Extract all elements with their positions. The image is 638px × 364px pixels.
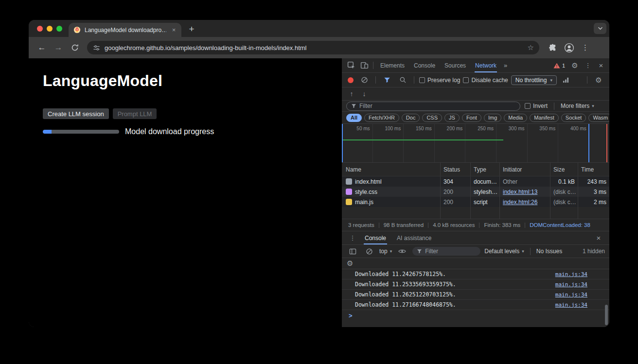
column-type[interactable]: Type bbox=[470, 163, 499, 176]
chip-manifest[interactable]: Manifest bbox=[530, 114, 559, 122]
import-har-icon[interactable]: ↑ bbox=[346, 90, 357, 98]
console-sidebar-toggle[interactable] bbox=[346, 245, 359, 257]
source-link[interactable]: main.js:34 bbox=[555, 292, 587, 298]
throttling-value: No throttling bbox=[515, 77, 547, 84]
initiator-link[interactable]: index.html:26 bbox=[503, 199, 537, 206]
table-row[interactable]: style.css 200 stylesh… index.html:13 (di… bbox=[342, 187, 609, 197]
disable-cache-control[interactable]: Disable cache bbox=[463, 77, 508, 84]
source-link[interactable]: main.js:34 bbox=[555, 271, 587, 277]
preserve-log-checkbox[interactable] bbox=[419, 77, 425, 83]
chip-css[interactable]: CSS bbox=[422, 114, 442, 122]
tab-sources[interactable]: Sources bbox=[440, 58, 470, 72]
drawer-close-icon[interactable]: × bbox=[592, 232, 605, 244]
tab-elements[interactable]: Elements bbox=[376, 58, 409, 72]
column-size[interactable]: Size bbox=[550, 163, 578, 176]
devtools-settings-icon[interactable]: ⚙ bbox=[568, 60, 581, 71]
tab-close-icon[interactable]: × bbox=[170, 26, 177, 34]
site-settings-icon[interactable] bbox=[93, 44, 100, 52]
browser-menu-icon[interactable]: ⋮ bbox=[582, 43, 589, 52]
network-search-button[interactable] bbox=[396, 74, 409, 86]
log-levels-dropdown[interactable]: Default levels ▾ bbox=[484, 248, 524, 255]
no-issues-label[interactable]: No Issues bbox=[536, 248, 562, 255]
console-prompt[interactable]: > bbox=[342, 310, 609, 321]
chip-fetch-xhr[interactable]: Fetch/XHR bbox=[364, 114, 399, 122]
invert-checkbox[interactable] bbox=[525, 103, 531, 109]
clear-network-log-button[interactable] bbox=[358, 74, 371, 86]
chip-js[interactable]: JS bbox=[444, 114, 460, 122]
live-expression-button[interactable] bbox=[396, 245, 408, 257]
source-link[interactable]: main.js:34 bbox=[555, 281, 587, 288]
drawer-tab-console[interactable]: Console bbox=[360, 231, 391, 244]
column-status[interactable]: Status bbox=[440, 163, 470, 176]
console-message: Downloaded 11.24267578125%. main.js:34 bbox=[342, 269, 609, 279]
window-minimize-button[interactable] bbox=[47, 26, 53, 32]
filter-toggle-button[interactable] bbox=[381, 74, 393, 86]
console-filter-input[interactable]: Filter bbox=[412, 247, 480, 256]
issues-button[interactable]: 1 bbox=[550, 63, 568, 69]
back-button[interactable]: ← bbox=[35, 40, 49, 55]
window-zoom-button[interactable] bbox=[56, 26, 62, 32]
chip-socket[interactable]: Socket bbox=[561, 114, 586, 122]
console-settings-row: ⚙ bbox=[342, 258, 609, 269]
console-settings-icon[interactable]: ⚙ bbox=[347, 259, 353, 268]
network-filter-input[interactable]: Filter bbox=[346, 102, 520, 111]
prompt-llm-button[interactable]: Prompt LLM bbox=[113, 108, 157, 119]
new-tab-button[interactable]: + bbox=[185, 23, 198, 35]
execution-context-selector[interactable]: top ▾ bbox=[379, 248, 392, 255]
bookmark-star-icon[interactable]: ☆ bbox=[528, 43, 534, 52]
hidden-messages-count[interactable]: 1 hidden bbox=[583, 248, 605, 255]
more-tabs-icon[interactable]: » bbox=[501, 62, 510, 69]
throttling-select[interactable]: No throttling ▾ bbox=[511, 75, 557, 85]
address-bar[interactable]: googlechrome.github.io/samples/downloadi… bbox=[87, 41, 539, 54]
request-size: (disk c… bbox=[550, 187, 578, 197]
issues-count: 1 bbox=[562, 63, 565, 69]
chip-doc[interactable]: Doc bbox=[402, 114, 420, 122]
drawer-menu-icon[interactable]: ⋮ bbox=[346, 232, 359, 244]
chip-all[interactable]: All bbox=[346, 114, 362, 122]
extensions-icon[interactable] bbox=[549, 44, 557, 52]
chip-img[interactable]: Img bbox=[484, 114, 501, 122]
more-filters-dropdown[interactable]: More filters ▾ bbox=[561, 103, 594, 109]
device-toolbar-button[interactable] bbox=[358, 60, 371, 71]
clear-console-button[interactable] bbox=[363, 245, 375, 257]
preserve-log-control[interactable]: Preserve log bbox=[419, 77, 460, 84]
browser-tab[interactable]: LanguageModel downloadpro… × bbox=[69, 23, 181, 37]
column-time[interactable]: Time bbox=[578, 163, 609, 176]
devtools-close-icon[interactable]: × bbox=[595, 60, 607, 71]
devtools-menu-icon[interactable]: ⋮ bbox=[582, 60, 594, 71]
console-message: Downloaded 11.27166748046875%. main.js:3… bbox=[342, 300, 609, 310]
source-link[interactable]: main.js:34 bbox=[555, 302, 587, 308]
export-har-icon[interactable]: ↓ bbox=[359, 90, 370, 98]
network-conditions-button[interactable] bbox=[560, 74, 572, 86]
table-row[interactable]: index.html 304 docum… Other 0.1 kB 243 m… bbox=[342, 176, 609, 187]
tab-console[interactable]: Console bbox=[409, 58, 440, 72]
sidebar-panel-icon bbox=[349, 248, 356, 255]
network-settings-icon[interactable]: ⚙ bbox=[592, 74, 605, 86]
toolbar-actions: ⋮ bbox=[549, 43, 589, 53]
drawer-tab-ai-assistance[interactable]: AI assistance bbox=[392, 231, 436, 244]
initiator-link[interactable]: index.html:13 bbox=[503, 189, 537, 195]
request-size: (disk c… bbox=[550, 197, 578, 207]
disable-cache-checkbox[interactable] bbox=[463, 77, 469, 83]
divider bbox=[414, 76, 414, 84]
table-row[interactable]: main.js 200 script index.html:26 (disk c… bbox=[342, 197, 609, 207]
window-close-button[interactable] bbox=[37, 26, 43, 32]
inspect-element-button[interactable] bbox=[345, 60, 357, 71]
load-event-marker bbox=[606, 124, 607, 162]
column-name[interactable]: Name bbox=[342, 163, 440, 176]
invert-control[interactable]: Invert bbox=[525, 103, 548, 109]
tab-search-button[interactable] bbox=[594, 23, 606, 34]
chip-wasm[interactable]: Wasm bbox=[588, 114, 609, 122]
network-overview[interactable]: 50 ms 100 ms 150 ms 200 ms 250 ms 300 ms… bbox=[342, 124, 609, 163]
chip-font[interactable]: Font bbox=[462, 114, 481, 122]
reload-button[interactable] bbox=[68, 40, 82, 55]
record-network-log-button[interactable] bbox=[348, 77, 354, 83]
drawer-scrollbar[interactable] bbox=[605, 305, 608, 325]
browser-window: LanguageModel downloadpro… × + ← → googl… bbox=[29, 20, 609, 327]
forward-button[interactable]: → bbox=[51, 40, 66, 55]
chip-media[interactable]: Media bbox=[504, 114, 527, 122]
profile-avatar[interactable] bbox=[564, 43, 574, 53]
create-llm-session-button[interactable]: Create LLM session bbox=[43, 108, 109, 119]
column-initiator[interactable]: Initiator bbox=[499, 163, 550, 176]
tab-network[interactable]: Network bbox=[471, 58, 501, 72]
